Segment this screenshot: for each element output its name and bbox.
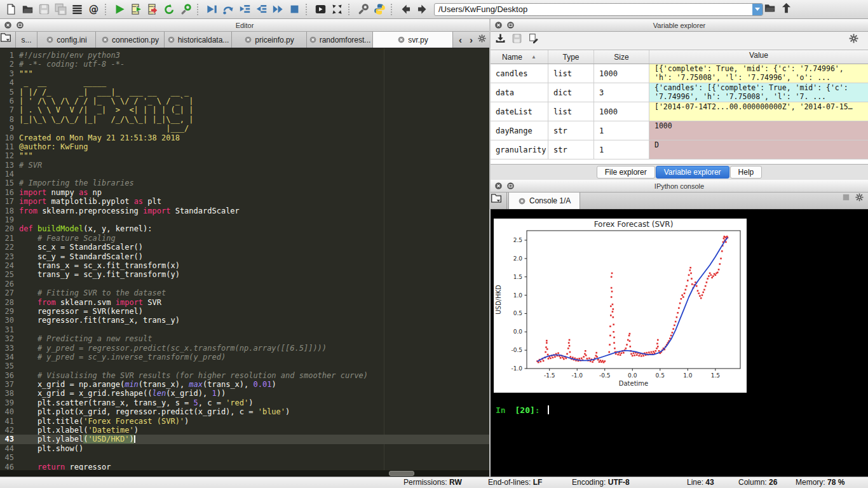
browse-directory-button[interactable] bbox=[764, 2, 779, 17]
code-line-31[interactable]: 31 bbox=[0, 325, 489, 334]
code-line-3[interactable]: 3""" bbox=[0, 69, 489, 78]
code-line-15[interactable]: 15# Importing the libraries bbox=[0, 179, 489, 187]
rerun-cell-button[interactable] bbox=[161, 2, 177, 17]
variable-row-candles[interactable]: candleslist1000[{'complete': True, 'mid'… bbox=[491, 64, 868, 83]
variable-value[interactable]: {'candles': [{'complete': True, 'mid': {… bbox=[649, 83, 868, 102]
forward-button[interactable] bbox=[414, 2, 430, 17]
column-header-value[interactable]: Value bbox=[649, 50, 868, 64]
code-line-36[interactable]: 36 # Visualising the SVR results (for hi… bbox=[0, 371, 489, 380]
code-line-38[interactable]: 38 x_grid = x_grid.reshape((len(x_grid),… bbox=[0, 389, 489, 398]
save-button[interactable] bbox=[36, 2, 51, 17]
console-prompt[interactable]: In [20]: bbox=[496, 405, 549, 415]
close-tab-icon[interactable] bbox=[518, 197, 526, 205]
code-line-10[interactable]: 10Created on Mon May 21 21:51:38 2018 bbox=[0, 133, 489, 142]
back-button[interactable] bbox=[398, 2, 413, 17]
close-tab-icon[interactable] bbox=[244, 36, 252, 44]
working-directory-combobox[interactable]: /Users/KwFung/Desktop bbox=[434, 3, 763, 16]
code-line-44[interactable]: 44 plt.show() bbox=[0, 444, 489, 453]
code-line-45[interactable]: 45 bbox=[0, 453, 489, 462]
save-data-button[interactable] bbox=[512, 33, 527, 48]
code-line-43[interactable]: 43 plt.ylabel('USD/HKD') bbox=[0, 435, 489, 444]
editor-horizontal-scrollbar[interactable] bbox=[0, 470, 489, 477]
editor-tab-priceinfo-py[interactable]: priceinfo.py bbox=[232, 32, 307, 48]
code-line-14[interactable]: 14 bbox=[0, 170, 489, 179]
symbol-finder-button[interactable]: @ bbox=[86, 2, 101, 17]
code-line-9[interactable]: 9 |___/ bbox=[0, 124, 489, 133]
code-line-13[interactable]: 13# SVR bbox=[0, 161, 489, 170]
browse-tabs-button[interactable] bbox=[0, 32, 16, 48]
close-tab-icon[interactable] bbox=[167, 36, 175, 44]
working-directory-value[interactable]: /Users/KwFung/Desktop bbox=[435, 4, 752, 14]
code-line-26[interactable]: 26 bbox=[0, 280, 489, 288]
code-line-28[interactable]: 28 from sklearn.svm import SVR bbox=[0, 298, 489, 307]
variable-row-granularity[interactable]: granularitystr1D bbox=[491, 140, 868, 159]
browse-consoles-button[interactable] bbox=[491, 193, 507, 209]
variable-value[interactable]: ['2014-07-14T2...00.000000000Z', '2014-0… bbox=[649, 102, 868, 121]
code-line-8[interactable]: 8|_|\_\ \_/\_/ |_| /_/\_\_| |_|\__, | bbox=[0, 115, 489, 124]
scrollbar-thumb[interactable] bbox=[389, 471, 414, 476]
variable-row-data[interactable]: datadict3{'candles': [{'complete': True,… bbox=[491, 83, 868, 102]
panel-tab-help[interactable]: Help bbox=[730, 166, 763, 179]
code-line-34[interactable]: 34 # y_pred = sc_y.inverse_transform(y_p… bbox=[0, 353, 489, 362]
editor-tab-config-ini[interactable]: config.ini bbox=[37, 32, 96, 48]
close-tab-icon[interactable] bbox=[46, 36, 54, 44]
variable-value[interactable]: 1000 bbox=[649, 121, 868, 140]
console-tab[interactable]: Console 1/A bbox=[508, 193, 580, 209]
code-line-4[interactable]: 4 _ __ _____ bbox=[0, 78, 489, 87]
save-all-button[interactable] bbox=[53, 2, 68, 17]
edit-data-button[interactable] bbox=[528, 33, 543, 48]
editor-tab-historicaldata-[interactable]: historicaldata... bbox=[165, 32, 232, 48]
editor-tab-s-[interactable]: s... bbox=[16, 32, 37, 48]
interrupt-kernel-icon[interactable] bbox=[841, 193, 851, 209]
column-header-type[interactable]: Type bbox=[548, 50, 594, 64]
gear-icon[interactable] bbox=[855, 193, 864, 209]
code-line-40[interactable]: 40 plt.plot(x_grid, regressor.predict(x_… bbox=[0, 407, 489, 416]
undock-pane-button[interactable] bbox=[506, 21, 515, 29]
code-line-33[interactable]: 33 # y_pred = regressor.predict(sc_x.tra… bbox=[0, 344, 489, 353]
combo-dropdown-icon[interactable] bbox=[752, 3, 763, 16]
step-into-button[interactable] bbox=[237, 2, 252, 17]
code-line-22[interactable]: 22 sc_x = StandardScaler() bbox=[0, 243, 489, 252]
code-line-39[interactable]: 39 plt.scatter(trans_x, trans_y, s = 5, … bbox=[0, 398, 489, 407]
import-data-button[interactable] bbox=[495, 33, 510, 48]
code-line-24[interactable]: 24 trans_x = sc_x.fit_transform(x) bbox=[0, 261, 489, 270]
close-pane-button[interactable] bbox=[494, 21, 503, 29]
editor-options-button[interactable] bbox=[477, 34, 487, 46]
undock-pane-button[interactable] bbox=[506, 182, 515, 190]
debug-file-button[interactable] bbox=[204, 2, 219, 17]
step-over-button[interactable] bbox=[220, 2, 236, 17]
step-return-button[interactable] bbox=[254, 2, 269, 17]
code-line-19[interactable]: 19 bbox=[0, 215, 489, 224]
code-line-21[interactable]: 21 # Feature Scaling bbox=[0, 234, 489, 243]
code-line-37[interactable]: 37 x_grid = np.arange(min(trans_x), max(… bbox=[0, 380, 489, 389]
preferences-button[interactable] bbox=[355, 2, 370, 17]
code-line-27[interactable]: 27 # Fitting SVR to the dataset bbox=[0, 288, 489, 297]
close-tab-icon[interactable] bbox=[397, 36, 405, 44]
parent-directory-button[interactable] bbox=[780, 2, 796, 17]
panel-tab-variable-explorer[interactable]: Variable explorer bbox=[656, 166, 729, 179]
run-cell-button[interactable] bbox=[128, 2, 144, 17]
open-file-button[interactable] bbox=[20, 2, 35, 17]
scroll-tabs-right-button[interactable]: › bbox=[466, 34, 476, 45]
new-console-button[interactable] bbox=[313, 2, 328, 17]
variable-value[interactable]: [{'complete': True, 'mid': {'c': '7.7499… bbox=[649, 64, 868, 83]
code-editor[interactable]: 1#!/usr/bin/env python32# -*- coding: ut… bbox=[0, 48, 489, 470]
code-line-12[interactable]: 12""" bbox=[0, 151, 489, 160]
close-pane-button[interactable] bbox=[494, 182, 503, 190]
close-pane-button[interactable] bbox=[4, 21, 12, 29]
new-file-button[interactable] bbox=[3, 2, 18, 17]
variable-explorer-options-button[interactable] bbox=[848, 33, 864, 48]
file-switcher-button[interactable] bbox=[69, 2, 85, 17]
code-line-32[interactable]: 32 # Predicting a new result bbox=[0, 334, 489, 343]
column-header-size[interactable]: Size bbox=[594, 50, 649, 64]
close-tab-icon[interactable] bbox=[101, 36, 109, 44]
code-line-6[interactable]: 6| ' /\ \ /\ / / |_ \ \/ / '_ \ / _` | bbox=[0, 97, 489, 105]
code-line-35[interactable]: 35 bbox=[0, 362, 489, 370]
code-line-1[interactable]: 1#!/usr/bin/env python3 bbox=[0, 51, 489, 60]
scroll-tabs-left-button[interactable]: ‹ bbox=[456, 34, 465, 45]
code-line-41[interactable]: 41 plt.title('Forex Forecast (SVR)') bbox=[0, 417, 489, 426]
code-line-17[interactable]: 17import matplotlib.pyplot as plt bbox=[0, 197, 489, 206]
code-line-29[interactable]: 29 regressor = SVR(kernel) bbox=[0, 307, 489, 316]
code-line-7[interactable]: 7| . \ \ V V /| _| > <| | | | (_| | bbox=[0, 105, 489, 114]
run-config-button[interactable] bbox=[178, 2, 193, 17]
